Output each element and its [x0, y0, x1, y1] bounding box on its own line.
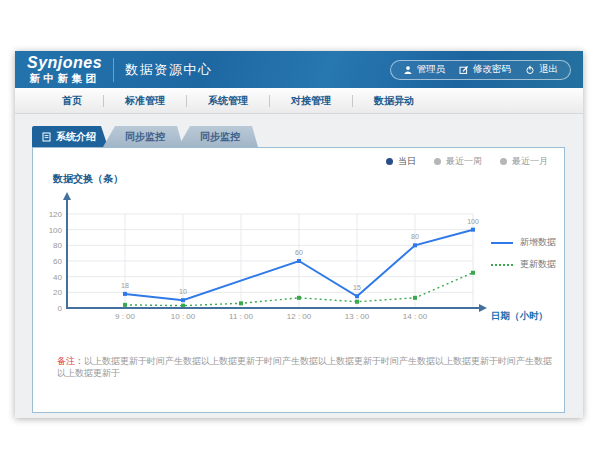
- svg-text:12 : 00: 12 : 00: [287, 312, 312, 321]
- edit-icon: [459, 65, 469, 75]
- svg-text:100: 100: [467, 218, 479, 225]
- svg-text:100: 100: [49, 226, 63, 235]
- svg-text:40: 40: [53, 273, 62, 282]
- user-icon: [403, 65, 413, 75]
- tab-sync-monitor-1[interactable]: 同步监控: [103, 126, 183, 147]
- user-menu: 管理员 修改密码 退出: [390, 60, 572, 80]
- svg-text:13 : 00: 13 : 00: [345, 312, 370, 321]
- svg-text:14 : 00: 14 : 00: [403, 312, 428, 321]
- tab-bar: 系统介绍 同步监控 同步监控: [32, 126, 566, 147]
- logout-button[interactable]: 退出: [525, 63, 558, 76]
- legend-line-dotted: [491, 264, 513, 266]
- nav-item-data-change[interactable]: 数据异动: [353, 94, 435, 108]
- radio-dot: [386, 158, 393, 165]
- svg-text:9 : 00: 9 : 00: [115, 312, 136, 321]
- footnote-prefix: 备注：: [57, 356, 84, 366]
- svg-text:0: 0: [58, 304, 63, 313]
- svg-text:60: 60: [53, 257, 62, 266]
- svg-text:80: 80: [411, 233, 419, 240]
- app-window: Synjones 新中新集团 数据资源中心 管理员 修改密码: [15, 51, 583, 418]
- nav-item-system-mgmt[interactable]: 系统管理: [187, 94, 269, 108]
- svg-text:15: 15: [353, 284, 361, 291]
- y-axis-title: 数据交换（条）: [53, 172, 123, 186]
- svg-text:日期（小时）: 日期（小时）: [491, 310, 548, 322]
- logo-primary-text: Synjones: [27, 55, 102, 71]
- footnote: 备注：以上数据更新于时间产生数据以上数据更新于时间产生数据以上数据更新于时间产生…: [57, 356, 553, 379]
- svg-text:11 : 00: 11 : 00: [229, 312, 253, 321]
- chart-panel: 当日 最近一周 最近一月 数据交换（条） 0204060801001209 : …: [32, 147, 565, 413]
- filter-today[interactable]: 当日: [386, 155, 416, 168]
- tab-system-intro[interactable]: 系统介绍: [32, 126, 108, 147]
- radio-dot: [500, 158, 507, 165]
- svg-text:10: 10: [179, 288, 187, 295]
- legend-line-solid: [491, 242, 513, 244]
- line-chart: 0204060801001209 : 0010 : 0011 : 0012 : …: [43, 188, 551, 328]
- time-range-filters: 当日 最近一周 最近一月: [386, 155, 548, 168]
- svg-text:60: 60: [295, 249, 303, 256]
- footnote-text: 以上数据更新于时间产生数据以上数据更新于时间产生数据以上数据更新于时间产生数据以…: [57, 356, 552, 378]
- legend-new-data[interactable]: 新增数据: [491, 236, 556, 249]
- svg-text:18: 18: [121, 282, 129, 289]
- nav-item-standard-mgmt[interactable]: 标准管理: [104, 94, 186, 108]
- filter-last-week[interactable]: 最近一周: [434, 155, 482, 168]
- svg-text:80: 80: [53, 241, 62, 250]
- nav-item-interface-mgmt[interactable]: 对接管理: [270, 94, 352, 108]
- logo-secondary-text: 新中新集团: [30, 73, 100, 84]
- filter-last-month[interactable]: 最近一月: [500, 155, 548, 168]
- chart-legend: 新增数据 更新数据: [491, 236, 556, 271]
- main-nav: 首页 标准管理 系统管理 对接管理 数据异动: [15, 88, 583, 114]
- power-icon: [525, 65, 535, 75]
- legend-updated-data[interactable]: 更新数据: [491, 258, 556, 271]
- user-menu-admin[interactable]: 管理员: [403, 63, 446, 76]
- change-password-button[interactable]: 修改密码: [459, 63, 511, 76]
- svg-text:120: 120: [49, 210, 63, 219]
- header: Synjones 新中新集团 数据资源中心 管理员 修改密码: [15, 51, 583, 88]
- tab-sync-monitor-2[interactable]: 同步监控: [178, 126, 258, 147]
- document-icon: [42, 132, 51, 142]
- svg-text:10 : 00: 10 : 00: [171, 312, 196, 321]
- content-area: 系统介绍 同步监控 同步监控 当日 最近一周: [15, 114, 583, 413]
- svg-text:20: 20: [53, 288, 62, 297]
- logo: Synjones 新中新集团: [27, 55, 102, 84]
- nav-item-home[interactable]: 首页: [41, 94, 103, 108]
- header-divider: [113, 58, 114, 82]
- page-title: 数据资源中心: [125, 61, 212, 79]
- radio-dot: [434, 158, 441, 165]
